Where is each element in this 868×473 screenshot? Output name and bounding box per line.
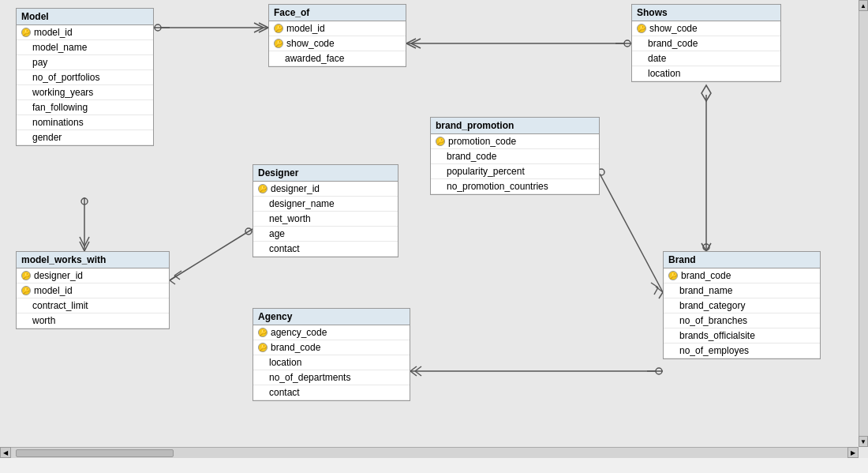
- pk-icon: 🔑: [21, 28, 31, 37]
- table-row: brand_code: [632, 36, 780, 51]
- table-row: awarded_face: [269, 51, 406, 66]
- table-model-header: Model: [17, 9, 153, 25]
- table-row: contact: [253, 385, 410, 400]
- svg-line-38: [410, 366, 417, 371]
- table-row: no_promotion_countries: [431, 179, 599, 194]
- table-row: net_worth: [253, 212, 398, 227]
- table-shows: Shows 🔑show_code brand_code date locatio…: [631, 4, 781, 82]
- svg-line-11: [406, 43, 416, 48]
- svg-line-31: [654, 287, 658, 295]
- pk-icon: 🔑: [21, 271, 31, 280]
- table-row: designer_name: [253, 197, 398, 212]
- table-row: age: [253, 227, 398, 242]
- svg-line-20: [170, 229, 253, 280]
- svg-line-30: [651, 283, 658, 287]
- pk-icon: 🔑: [21, 286, 31, 295]
- table-designer-header: Designer: [253, 165, 398, 182]
- table-row: brands_officialsite: [664, 328, 820, 343]
- table-row: working_years: [17, 85, 153, 100]
- table-row: fan_following: [17, 100, 153, 115]
- table-shows-header: Shows: [632, 5, 780, 21]
- svg-line-18: [80, 237, 84, 246]
- scrollbar-thumb[interactable]: [16, 449, 174, 457]
- table-model-works-with-header: model_works_with: [17, 252, 169, 268]
- svg-line-21: [170, 276, 177, 280]
- svg-line-13: [411, 43, 421, 48]
- vertical-scrollbar[interactable]: [859, 0, 868, 447]
- table-row: 🔑show_code: [632, 21, 780, 36]
- table-row: nominations: [17, 115, 153, 130]
- table-row: brand_code: [431, 149, 599, 164]
- table-row: location: [632, 66, 780, 81]
- table-row: pay: [17, 55, 153, 70]
- svg-line-12: [411, 39, 421, 43]
- svg-line-3: [254, 23, 264, 28]
- table-brand-promotion-header: brand_promotion: [431, 118, 599, 134]
- svg-line-19: [84, 237, 89, 246]
- svg-line-17: [84, 242, 89, 251]
- svg-line-23: [174, 271, 181, 276]
- table-model: Model 🔑model_id model_name pay no_of_por…: [16, 8, 154, 146]
- table-designer: Designer 🔑designer_id designer_name net_…: [253, 164, 398, 257]
- table-agency-header: Agency: [253, 309, 410, 325]
- table-row: worth: [17, 313, 169, 328]
- table-face-of-header: Face_of: [269, 5, 406, 21]
- table-row: 🔑show_code: [269, 36, 406, 51]
- svg-point-15: [81, 198, 88, 205]
- table-row: contract_limit: [17, 298, 169, 313]
- table-row: no_of_portfolios: [17, 70, 153, 85]
- scroll-left-button[interactable]: ◀: [0, 447, 11, 458]
- pk-icon: 🔑: [274, 24, 283, 33]
- table-row: gender: [17, 130, 153, 145]
- table-brand: Brand 🔑brand_code brand_name brand_categ…: [663, 251, 821, 359]
- svg-line-22: [170, 280, 175, 284]
- svg-point-5: [155, 24, 161, 31]
- table-row: location: [253, 355, 410, 370]
- table-row: no_of_employes: [664, 343, 820, 359]
- table-row: brand_category: [664, 298, 820, 313]
- svg-line-39: [410, 371, 417, 376]
- svg-line-35: [706, 243, 711, 251]
- svg-line-28: [656, 287, 663, 292]
- er-diagram-canvas: Model 🔑model_id model_name pay no_of_por…: [0, 0, 868, 458]
- svg-line-40: [415, 366, 421, 371]
- table-row: 🔑model_id: [17, 25, 153, 40]
- table-face-of: Face_of 🔑model_id 🔑show_code awarded_fac…: [268, 4, 406, 67]
- table-row: 🔑model_id: [269, 21, 406, 36]
- pk-icon: 🔑: [436, 137, 445, 146]
- scroll-up-button[interactable]: ▲: [859, 0, 868, 11]
- svg-line-1: [259, 23, 268, 28]
- table-row: 🔑brand_code: [664, 268, 820, 283]
- svg-line-2: [259, 28, 268, 32]
- svg-line-24: [174, 276, 180, 280]
- horizontal-scrollbar[interactable]: [0, 447, 859, 458]
- svg-marker-33: [702, 85, 711, 101]
- svg-line-16: [80, 242, 84, 251]
- table-row: 🔑designer_id: [253, 182, 398, 197]
- pk-icon: 🔑: [668, 271, 678, 280]
- pk-icon: 🔑: [274, 39, 283, 48]
- table-row: date: [632, 51, 780, 66]
- table-row: brand_name: [664, 283, 820, 298]
- table-row: 🔑brand_code: [253, 340, 410, 355]
- svg-line-10: [406, 39, 416, 43]
- table-row: no_of_branches: [664, 313, 820, 328]
- table-row: 🔑model_id: [17, 283, 169, 298]
- svg-line-41: [415, 371, 421, 376]
- pk-icon: 🔑: [258, 343, 268, 352]
- table-row: popularity_percent: [431, 164, 599, 179]
- scroll-down-button[interactable]: ▼: [859, 436, 868, 447]
- pk-icon: 🔑: [258, 184, 268, 193]
- svg-line-34: [702, 243, 706, 251]
- table-row: model_name: [17, 40, 153, 55]
- pk-icon: 🔑: [637, 24, 646, 33]
- table-brand-header: Brand: [664, 252, 820, 268]
- scroll-right-button[interactable]: ▶: [847, 447, 859, 458]
- svg-point-42: [656, 368, 662, 374]
- svg-point-8: [624, 40, 630, 47]
- svg-point-25: [245, 228, 252, 235]
- svg-line-26: [600, 174, 663, 292]
- table-row: no_of_departments: [253, 370, 410, 385]
- table-row: 🔑promotion_code: [431, 134, 599, 149]
- table-row: 🔑designer_id: [17, 268, 169, 283]
